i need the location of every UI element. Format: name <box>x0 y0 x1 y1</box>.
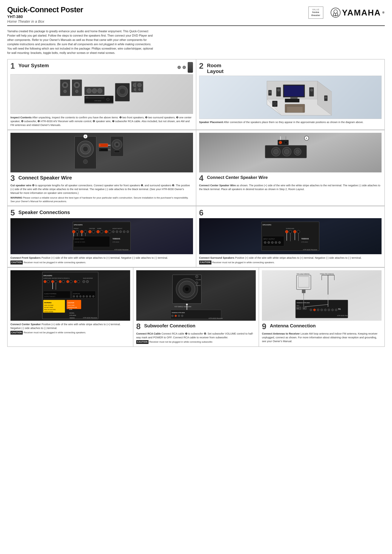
svg-point-109 <box>119 231 122 233</box>
svg-point-167 <box>89 296 91 297</box>
sec9-header: 9 Antenna Connection <box>262 323 382 330</box>
svg-text:−: − <box>99 149 100 151</box>
svg-text:HTR-6030 Receiver: HTR-6030 Receiver <box>114 249 129 251</box>
svg-text:DO NOT OPEN: DO NOT OPEN <box>44 307 53 308</box>
svg-text:DVD BD CD TAPE: DVD BD CD TAPE <box>75 242 85 243</box>
svg-text:SURROUND  CENTER  FRONT B  FRO: SURROUND CENTER FRONT B FRONT A <box>43 277 70 279</box>
svg-text:FRONT: FRONT <box>74 228 79 229</box>
svg-point-71 <box>116 143 118 146</box>
svg-rect-72 <box>114 150 120 152</box>
sec6-illustration: SPEAKERS SURROUND INPUT / OUTPUT <box>260 220 321 252</box>
svg-text:4: 4 <box>306 137 307 139</box>
svg-text:3: 3 <box>85 135 86 138</box>
sec4-header: 4 Connect Center Speaker Wire <box>199 174 382 182</box>
svg-point-96 <box>92 230 95 233</box>
svg-point-43 <box>310 89 313 91</box>
svg-point-8 <box>64 83 67 86</box>
svg-point-20 <box>106 98 109 101</box>
page-title: Quick-Connect Poster <box>7 5 83 14</box>
svg-point-49 <box>269 91 271 93</box>
svg-point-31 <box>138 89 140 91</box>
sec3-number: 3 <box>10 174 18 182</box>
sec2-header: 2 Room Layout <box>199 62 382 74</box>
svg-point-150 <box>74 280 77 283</box>
warning-label: WARNING <box>10 196 22 199</box>
svg-text:SPEAKERS: SPEAKERS <box>262 224 271 226</box>
svg-rect-54 <box>285 99 299 102</box>
svg-point-17 <box>98 89 102 93</box>
svg-text:CENTER: CENTER <box>89 228 95 229</box>
svg-point-144 <box>51 280 54 283</box>
svg-point-148 <box>67 280 69 283</box>
sec7-receiver-image: SPEAKERS SURROUND CENTER FRONT B FRONT A <box>10 270 130 321</box>
svg-rect-21 <box>88 97 104 98</box>
dot1-icon <box>177 66 181 69</box>
svg-point-146 <box>59 280 62 283</box>
svg-text:WARNING: WARNING <box>44 302 52 304</box>
svg-text:YAMAHA: YAMAHA <box>69 317 75 319</box>
svg-text:HTR-6030 Receiver: HTR-6030 Receiver <box>209 318 223 319</box>
section-7: SPEAKERS SURROUND CENTER FRONT B FRONT A <box>7 268 133 347</box>
svg-point-149 <box>70 280 72 283</box>
svg-point-121 <box>285 230 288 233</box>
svg-point-93 <box>84 230 87 233</box>
sec3-body: Cut speaker wire ❻ to appropriate length… <box>10 184 193 203</box>
sec2-number: 2 <box>199 62 206 70</box>
svg-point-13 <box>75 90 78 93</box>
sec5-illustration: SPEAKERS FRONT CENTER SURR <box>71 220 132 252</box>
svg-point-147 <box>62 280 65 283</box>
sec2-title: Room Layout <box>207 62 224 74</box>
sec3-illustration: + − 3 <box>71 135 132 171</box>
svg-text:MODEL: MODEL <box>69 312 75 314</box>
sec7-body: Connect Center Speaker Positive (+) side… <box>10 323 130 335</box>
row-4: SPEAKERS SURROUND CENTER FRONT B FRONT A <box>7 267 385 347</box>
svg-point-226 <box>321 309 323 311</box>
row-3: 5 Speaker Connections SPEAKERS FRONT <box>7 206 385 267</box>
sec8-caution-box: CAUTION Receiver must not be plugged in … <box>136 340 213 344</box>
sec8-body-title: Connect RCA Cable <box>136 332 161 335</box>
svg-text:Indoor FM Antenna: Indoor FM Antenna <box>320 273 334 275</box>
svg-point-156 <box>86 280 89 283</box>
svg-point-198 <box>195 275 198 278</box>
section-3: + − 3 <box>7 130 196 206</box>
sec1-body-text: After unpacking, inspect the contents to… <box>10 116 192 126</box>
sec5-body-text: Positive (+) side of the wire with white… <box>42 256 168 259</box>
sec3-speaker-image: + − 3 <box>10 133 193 173</box>
home-logo-bot: theater <box>311 14 320 17</box>
sec6-body-title: Connect Surround Speakers <box>199 256 234 259</box>
svg-text:POWER: POWER <box>196 285 201 286</box>
svg-text:CAUTION: CAUTION <box>68 302 74 304</box>
sec1-system-image: HTR-6030 <box>10 74 193 114</box>
svg-point-163 <box>76 296 78 297</box>
svg-rect-206 <box>302 290 306 293</box>
svg-point-101 <box>108 230 111 233</box>
sec6-receiver-image: SPEAKERS SURROUND INPUT / OUTPUT <box>199 218 382 254</box>
sec7-body-title: Connect Center Speaker <box>10 323 41 326</box>
svg-text:YST-SW012 Subwoofer: YST-SW012 Subwoofer <box>174 306 191 308</box>
sec1-header: 1 Your System <box>10 62 193 73</box>
svg-rect-19 <box>85 97 88 98</box>
svg-point-1 <box>334 10 337 13</box>
sec8-title: Subwoofer Connection <box>144 323 196 329</box>
svg-text:YAMAHA HTR-6030: YAMAHA HTR-6030 <box>296 302 310 304</box>
page-wrapper: Quick-Connect Poster YHT-380 Home Theate… <box>0 0 392 554</box>
sec4-speaker-image: 4 <box>199 133 382 173</box>
svg-point-164 <box>79 296 81 297</box>
sec5-caution-text: Receiver must not be plugged in while co… <box>24 261 86 264</box>
svg-point-168 <box>92 296 94 297</box>
sec8-number: 8 <box>136 323 143 330</box>
svg-point-131 <box>264 242 266 243</box>
svg-text:INPUT / OUTPUT: INPUT / OUTPUT <box>263 238 275 240</box>
section-8: YST-SW012 Subwoofer YAMAHA HTR-6030 VOLU… <box>133 268 259 347</box>
svg-point-228 <box>328 309 330 311</box>
sec5-number: 5 <box>10 209 18 217</box>
row-2: + − 3 <box>7 130 385 206</box>
sec5-caution-box: CAUTION Receiver must not be plugged in … <box>10 261 86 264</box>
svg-text:AUDIO IN/OUT: AUDIO IN/OUT <box>112 228 122 229</box>
header-logos: VALUE home theater YAMAHA ® <box>308 5 385 19</box>
svg-line-2 <box>333 13 334 15</box>
svg-text:HTR-6030 Receiver: HTR-6030 Receiver <box>337 315 349 317</box>
svg-line-3 <box>337 13 338 15</box>
sec1-title: Your System <box>18 62 49 69</box>
sec3-body-text: ❻ to appropriate lengths for all speaker… <box>10 184 190 194</box>
